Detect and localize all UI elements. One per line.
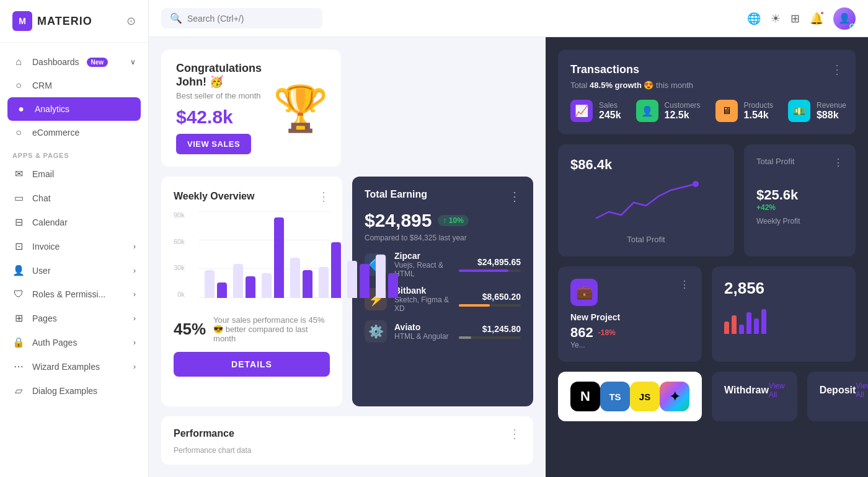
deposit-title: Deposit [820,385,856,396]
perf-title: Performance [174,428,234,439]
bar-dark-4 [303,270,312,298]
products-icon: 🖥 [715,100,738,122]
y-label-0k: 0k [177,291,185,298]
congrats-subtitle: Best seller of the month [176,91,263,100]
chevron-right2-icon: › [133,266,136,275]
mini-bar-5 [754,318,759,334]
sidebar-item-wizard[interactable]: ⋯ Wizard Examples › [0,354,148,379]
avatar[interactable]: 👤 [833,7,856,30]
sidebar-item-chat[interactable]: ▭ Chat [0,186,148,210]
np-header: 💼 ⋮ [570,279,689,306]
chevron-down-icon: ∨ [130,58,136,66]
sidebar-item-pages[interactable]: ⊞ Pages › [0,306,148,330]
search-input[interactable] [187,14,314,24]
profit-big-amount: $86.4k [570,157,722,173]
perf-dots-icon[interactable]: ⋮ [508,426,521,441]
theme-icon[interactable]: ☀ [771,12,781,25]
bar-light-5 [319,267,329,298]
aviato-amount-col: $1,245.80 [459,324,521,339]
bitbank-info: Bitbank Sketch, Figma & XD [394,286,451,313]
grid-icon[interactable]: ⊞ [790,12,800,25]
y-label-60k: 60k [174,238,185,245]
sidebar-item-invoice[interactable]: ⊡ Invoice › [0,234,148,258]
dot-icon: ● [15,103,27,115]
view-sales-button[interactable]: VIEW SALES [176,134,251,154]
sidebar-item-calendar[interactable]: ⊟ Calendar [0,210,148,234]
weekly-desc: Your sales performance is 45% 😎 better c… [213,315,330,343]
wizard-icon: ⋯ [12,361,25,372]
chart-bars [198,211,330,298]
sidebar-item-user[interactable]: 👤 User › [0,258,148,282]
bitbank-amount: $8,650.20 [459,292,521,302]
sidebar-item-email[interactable]: ✉ Email [0,162,148,186]
notification-icon[interactable]: 🔔 [810,12,823,25]
sidebar-item-analytics[interactable]: ● Analytics [7,97,141,121]
figma-icon[interactable]: ✦ [660,382,689,411]
translate-icon[interactable]: 🌐 [747,12,761,25]
weekly-profit-dots-icon[interactable]: ⋮ [833,157,843,168]
bar-light-4 [290,258,300,298]
avatar-online-dot [849,24,855,29]
sidebar-item-roles[interactable]: 🛡 Roles & Permissi... › [0,282,148,306]
trophy-emoji: 🏆 [273,86,329,131]
aviato-tech: HTML & Angular [394,332,451,341]
mini-bar-3 [739,325,744,334]
np-badge: -18% [598,328,616,337]
sidebar-toggle-icon[interactable]: ⊙ [126,14,136,28]
chevron-right3-icon: › [133,290,136,299]
customers-value: 12.5k [665,110,701,121]
search-bar[interactable]: 🔍 [161,8,322,28]
weekly-dots-icon[interactable]: ⋮ [317,189,330,204]
typescript-icon[interactable]: TS [600,382,630,411]
zipcar-bar [459,269,508,272]
weekly-profit-card: Total Profit ⋮ $25.6k +42% Weekly Profit [744,144,856,256]
sidebar: M MATERIO ⊙ ⌂ Dashboards New ∨ ○ CRM ● A… [0,0,149,477]
zipcar-amount: $24,895.65 [459,257,521,267]
sidebar-item-ecommerce[interactable]: ○ eCommerce [0,121,148,144]
transactions-card: Transactions ⋮ Total 48.5% growth 😍 this… [558,50,856,134]
metric-revenue: 💵 Revenue $88k [788,100,846,122]
bottom-left-row: Performance ⋮ Performance chart data [161,416,533,465]
weekly-percent: 45% [174,320,206,339]
sidebar-item-dialog[interactable]: ▱ Dialog Examples [0,379,148,403]
np-dots-icon[interactable]: ⋮ [680,279,689,291]
javascript-icon[interactable]: JS [630,382,660,411]
congrats-left: Congratulations John! 🥳 Best seller of t… [176,62,263,154]
sales-value: 245k [599,110,621,121]
withdraw-card: Withdraw View All [712,372,797,421]
bar-dark-2 [246,276,255,298]
bitbank-bar-wrap [459,304,521,307]
earning-compare: Compared to $84,325 last year [365,234,521,242]
deposit-view-all[interactable]: View All [856,382,868,399]
weekly-profit-title: Total Profit [756,157,794,166]
bar-light-2 [233,264,243,298]
earning-dots-icon[interactable]: ⋮ [508,189,521,204]
bar-light-3 [262,273,272,298]
products-label: Products [744,101,773,110]
metric-customers: 👤 Customers 12.5k [636,100,701,122]
withdraw-view-all[interactable]: View All [769,382,785,399]
revenue-label: Revenue [817,101,846,110]
bar-dark-6 [360,264,370,298]
sidebar-item-crm[interactable]: ○ CRM [0,74,148,97]
email-icon: ✉ [12,168,25,180]
bar-group-5 [319,242,341,298]
bar-group-3 [262,217,284,298]
logo-text: MATERIO [37,15,92,28]
weekly-footer: 45% Your sales performance is 45% 😎 bett… [174,315,330,343]
middle-row: Weekly Overview ⋮ 90k 60k 30k 0k [161,177,533,406]
weekly-profit-sub: Weekly Profit [756,217,843,225]
nextjs-icon[interactable]: N [570,382,600,411]
customers-label: Customers [665,101,701,110]
bar-group-6 [347,261,370,298]
panel-right: Transactions ⋮ Total 48.5% growth 😍 this… [546,37,868,477]
withdraw-header: Withdraw View All [724,382,785,399]
svg-point-0 [693,181,699,187]
y-label-90k: 90k [174,211,185,219]
search-icon: 🔍 [170,12,182,24]
customers-info: Customers 12.5k [665,101,701,121]
details-button[interactable]: DETAILS [174,352,330,377]
trans-dots-icon[interactable]: ⋮ [831,62,843,77]
sidebar-item-dashboards[interactable]: ⌂ Dashboards New ∨ [0,50,148,74]
sidebar-item-auth[interactable]: 🔒 Auth Pages › [0,330,148,354]
